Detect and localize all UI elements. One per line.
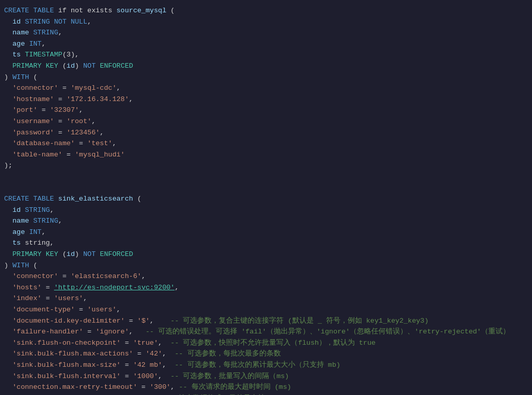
code-line: 'connector' = 'mysql-cdc', [4, 83, 528, 94]
code-line: 'table-name' = 'mysql_hudi' [4, 149, 528, 161]
code-line: 'document-id.key-delimiter' = '$', -- 可选… [4, 315, 528, 327]
code-line: 'hosts' = 'http://es-nodeport-svc:9200', [4, 282, 528, 293]
code-line: 'sink.bulk-flush.max-actions' = '42', --… [4, 348, 528, 360]
code-line: age INT, [4, 227, 528, 238]
code-line [4, 171, 528, 183]
code-line: 'connection.max-retry-timeout' = '300', … [4, 382, 528, 393]
code-line: 'port' = '32307', [4, 105, 528, 116]
code-line: name STRING, [4, 215, 528, 227]
code-line: PRIMARY KEY (id) NOT ENFORCED [4, 249, 528, 260]
code-line: ); [4, 160, 528, 171]
code-line: 'sink.bulk-flush.max-size' = '42 mb', --… [4, 360, 528, 371]
code-line: 'format' = 'json' -- 输出数据格式，目前只支持 'json' [4, 393, 528, 395]
code-line: 'password' = '123456', [4, 127, 528, 139]
code-line: 'username' = 'root', [4, 116, 528, 127]
code-line: 'document-type' = 'users', [4, 304, 528, 315]
code-line [4, 183, 528, 194]
code-line: ts string, [4, 238, 528, 249]
code-line: CREATE TABLE sink_elasticsearch ( [4, 193, 528, 205]
code-line: CREATE TABLE if not exists source_mysql … [4, 5, 528, 16]
code-line: ) WITH ( [4, 260, 528, 271]
code-line: 'connector' = 'elasticsearch-6', [4, 271, 528, 282]
code-line: 'index' = 'users', [4, 293, 528, 304]
code-line: 'failure-handler' = 'ignore', -- 可选的错误处理… [4, 326, 528, 338]
code-line: ) WITH ( [4, 72, 528, 83]
code-line: id STRING NOT NULL, [4, 16, 528, 28]
code-line: PRIMARY KEY (id) NOT ENFORCED [4, 61, 528, 72]
code-line: ts TIMESTAMP(3), [4, 49, 528, 61]
code-line: 'sink.bulk-flush.interval' = '1000', -- … [4, 371, 528, 382]
code-line: age INT, [4, 38, 528, 50]
code-line: id STRING, [4, 205, 528, 216]
code-line: 'hostname' = '172.16.34.128', [4, 94, 528, 105]
code-line: 'database-name' = 'test', [4, 138, 528, 149]
code-line: name STRING, [4, 27, 528, 38]
code-editor: CREATE TABLE if not exists source_mysql … [0, 0, 532, 395]
code-line: 'sink.flush-on-checkpoint' = 'true', -- … [4, 338, 528, 349]
